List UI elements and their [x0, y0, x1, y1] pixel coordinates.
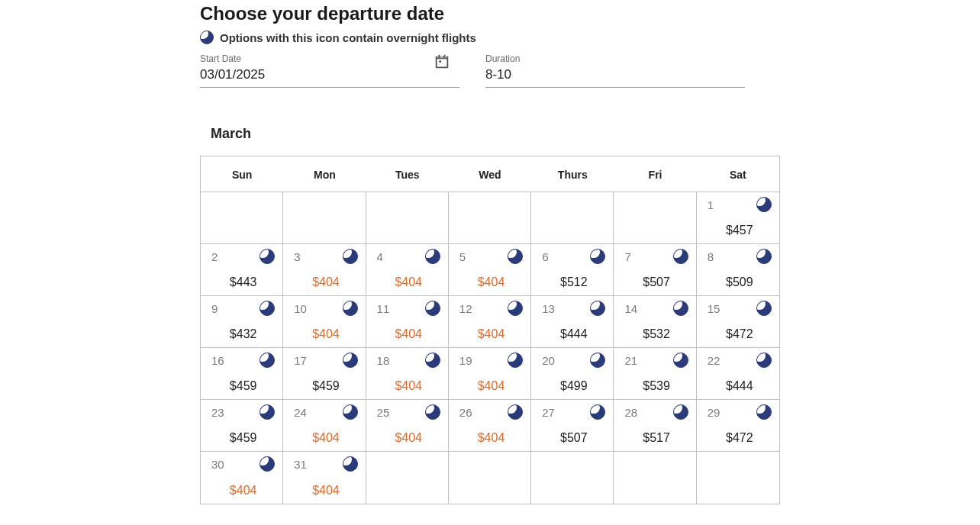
calendar-cell[interactable]: 4$404	[366, 244, 449, 296]
calendar-day-number: 7	[624, 250, 630, 263]
overnight-icon	[260, 353, 275, 368]
calendar-cell[interactable]: 2$443	[201, 244, 283, 296]
calendar-weekday: Mon	[283, 156, 366, 192]
duration-input[interactable]	[485, 67, 745, 82]
start-date-field[interactable]: Start Date	[200, 53, 459, 88]
calendar-day-number: 3	[294, 250, 300, 263]
calendar-day-price: $404	[459, 431, 523, 446]
calendar-cell[interactable]: 26$404	[449, 400, 531, 452]
duration-field[interactable]: Duration	[485, 53, 745, 88]
calendar-cell[interactable]: 31$404	[283, 452, 366, 504]
calendar-day-number: 1	[708, 198, 714, 211]
calendar-day-number: 18	[377, 354, 390, 367]
calendar-cell[interactable]: 22$444	[697, 348, 779, 400]
calendar-cell-empty	[449, 452, 531, 504]
calendar-month-label: March	[211, 126, 780, 142]
calendar-cell[interactable]: 10$404	[283, 296, 366, 348]
calendar-cell[interactable]: 28$517	[614, 400, 696, 452]
calendar-day-number: 27	[542, 406, 555, 419]
calendar-icon[interactable]	[434, 53, 450, 70]
calendar-day-number: 22	[708, 354, 720, 367]
overnight-icon	[590, 404, 605, 420]
calendar: SunMonTuesWedThursFriSat 1$4572$4433$404…	[200, 156, 780, 504]
calendar-cell[interactable]: 24$404	[283, 400, 366, 452]
calendar-day-price: $404	[377, 431, 440, 446]
calendar-cell[interactable]: 8$509	[697, 244, 779, 296]
overnight-icon	[756, 404, 772, 420]
calendar-cell[interactable]: 11$404	[366, 296, 449, 348]
calendar-day-price: $443	[211, 275, 275, 291]
calendar-day-number: 20	[542, 354, 555, 367]
overnight-icon	[673, 249, 688, 264]
overnight-icon	[590, 249, 605, 264]
calendar-day-number: 6	[542, 250, 548, 263]
calendar-cell[interactable]: 12$404	[449, 296, 531, 348]
calendar-cell[interactable]: 7$507	[614, 244, 696, 296]
calendar-day-number: 24	[294, 406, 307, 419]
calendar-cell[interactable]: 25$404	[366, 400, 449, 452]
overnight-icon	[508, 404, 523, 420]
calendar-cell-empty	[366, 192, 449, 244]
calendar-day-number: 10	[294, 302, 307, 315]
calendar-weekday: Wed	[449, 156, 531, 192]
calendar-cell[interactable]: 16$459	[201, 348, 283, 400]
calendar-day-number: 13	[542, 302, 555, 315]
calendar-cell[interactable]: 29$472	[697, 400, 779, 452]
calendar-cell-empty	[697, 452, 779, 504]
calendar-cell[interactable]: 15$472	[697, 296, 779, 348]
overnight-icon	[756, 249, 772, 264]
calendar-cell-empty	[449, 192, 531, 244]
calendar-day-number: 31	[294, 458, 307, 471]
calendar-cell[interactable]: 3$404	[283, 244, 366, 296]
calendar-day-price: $404	[377, 379, 440, 395]
calendar-day-price: $472	[708, 327, 772, 343]
calendar-day-price: $404	[377, 327, 440, 343]
calendar-day-price: $472	[708, 431, 772, 446]
calendar-day-price: $404	[211, 484, 275, 499]
calendar-cell[interactable]: 5$404	[449, 244, 531, 296]
page-title: Choose your departure date	[200, 3, 780, 24]
calendar-day-number: 4	[377, 250, 383, 263]
calendar-cell[interactable]: 30$404	[201, 452, 283, 504]
calendar-cell-empty	[283, 192, 366, 244]
calendar-day-price: $457	[708, 224, 772, 239]
overnight-icon	[260, 301, 275, 316]
overnight-icon	[425, 404, 440, 420]
calendar-day-price: $507	[542, 431, 605, 446]
calendar-day-number: 19	[459, 354, 472, 367]
calendar-cell[interactable]: 20$499	[531, 348, 614, 400]
calendar-cell[interactable]: 23$459	[201, 400, 283, 452]
overnight-icon	[673, 404, 688, 420]
calendar-day-number: 12	[459, 302, 472, 315]
overnight-icon	[425, 301, 440, 316]
calendar-day-price: $444	[708, 379, 772, 395]
overnight-icon	[425, 353, 440, 368]
overnight-icon	[343, 404, 358, 420]
calendar-cell[interactable]: 13$444	[531, 296, 614, 348]
calendar-day-price: $404	[459, 379, 523, 395]
calendar-cell[interactable]: 1$457	[697, 192, 779, 244]
calendar-day-price: $404	[294, 327, 357, 343]
start-date-input[interactable]	[200, 67, 459, 82]
calendar-cell[interactable]: 21$539	[614, 348, 696, 400]
calendar-day-number: 15	[708, 302, 720, 315]
calendar-day-price: $509	[708, 275, 772, 291]
calendar-cell[interactable]: 14$532	[614, 296, 696, 348]
calendar-cell[interactable]: 17$459	[283, 348, 366, 400]
calendar-day-price: $404	[459, 327, 523, 343]
calendar-cell[interactable]: 27$507	[531, 400, 614, 452]
calendar-weekday: Sat	[697, 156, 779, 192]
calendar-cell[interactable]: 18$404	[366, 348, 449, 400]
calendar-cell[interactable]: 6$512	[531, 244, 614, 296]
calendar-day-price: $459	[211, 431, 275, 446]
calendar-cell-empty	[531, 192, 614, 244]
calendar-cell[interactable]: 19$404	[449, 348, 531, 400]
overnight-icon	[260, 249, 275, 264]
calendar-day-number: 23	[211, 406, 224, 419]
overnight-icon	[673, 353, 688, 368]
calendar-cell[interactable]: 9$432	[201, 296, 283, 348]
calendar-cell-empty	[614, 452, 696, 504]
calendar-day-price: $404	[294, 275, 357, 291]
calendar-cell-empty	[366, 452, 449, 504]
calendar-weekday: Fri	[614, 156, 696, 192]
